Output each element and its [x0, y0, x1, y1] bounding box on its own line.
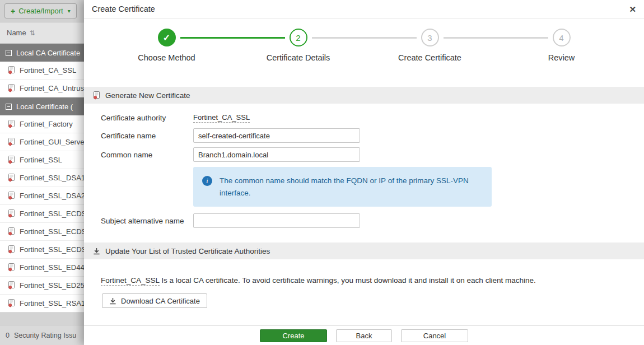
info-box: i The common name should match the FQDN …: [193, 167, 492, 207]
row-label: Fortinet_Factory: [20, 120, 73, 128]
field-row-common-name: Common name: [101, 147, 627, 162]
section-update-trusted-ca: Update Your List of Trusted Certificate …: [84, 243, 644, 259]
field-label-certificate-authority: Certificate authority: [101, 114, 193, 122]
modal-footer: Create Back Cancel: [84, 325, 644, 345]
list-item[interactable]: Fortinet_SSL_ED25519: [0, 277, 84, 295]
list-item[interactable]: Fortinet_CA_SSL: [0, 62, 84, 80]
certificate-list: Local CA CertificateFortinet_CA_SSLForti…: [0, 44, 84, 313]
step-number: 3: [421, 29, 439, 46]
row-label: Fortinet_SSL_ECDSA256: [20, 209, 84, 218]
horizontal-scrollbar[interactable]: [0, 313, 84, 325]
back-button[interactable]: Back: [336, 329, 392, 342]
download-button-label: Download CA Certificate: [121, 297, 200, 305]
info-text: The common name should match the FQDN or…: [220, 175, 483, 199]
field-row-certificate-authority: Certificate authority Fortinet_CA_SSL: [101, 111, 627, 124]
section-title: Update Your List of Trusted Certificate …: [105, 247, 270, 255]
subject-alternative-name-input[interactable]: [193, 213, 360, 228]
list-item[interactable]: Fortinet_CA_Untrusted: [0, 80, 84, 97]
modal-title: Create Certificate: [92, 4, 155, 13]
sort-icon: ⇅: [30, 29, 35, 37]
certificate-icon: [93, 91, 100, 100]
row-label: Local Certificate (: [16, 102, 73, 111]
field-label-common-name: Common name: [101, 151, 193, 159]
create-button[interactable]: Create: [260, 329, 327, 342]
ca-name-link[interactable]: Fortinet_CA_SSL: [101, 276, 160, 286]
section-title: Generate New Certificate: [105, 91, 190, 100]
list-item[interactable]: Fortinet_SSL_ECDSA521: [0, 241, 84, 259]
certificate-icon: [8, 299, 15, 307]
common-name-input[interactable]: [193, 147, 360, 162]
info-icon: i: [202, 176, 212, 186]
certificate-name-input[interactable]: [193, 128, 360, 143]
certificate-icon: [8, 209, 15, 218]
close-icon[interactable]: ✕: [629, 5, 636, 13]
certificate-icon: [8, 156, 15, 164]
ca-description-text: Is a local CA certificate. To avoid cert…: [161, 276, 535, 285]
table-toolbar: + Create/Import ▾: [0, 0, 84, 22]
step-number: 2: [290, 29, 307, 46]
status-bar[interactable]: 0 Security Rating Issu: [0, 325, 84, 345]
create-import-label: Create/Import: [18, 7, 63, 15]
cancel-button[interactable]: Cancel: [401, 329, 468, 342]
list-item[interactable]: Fortinet_SSL: [0, 151, 84, 169]
row-label: Fortinet_SSL_ED448: [20, 263, 84, 272]
row-label: Local CA Certificate: [16, 49, 80, 57]
step-2[interactable]: 2Certificate Details: [232, 29, 364, 62]
column-label: Name: [7, 29, 26, 37]
field-row-certificate-name: Certificate name: [101, 128, 627, 143]
step-3[interactable]: 3Create Certificate: [364, 29, 496, 62]
step-number: 4: [553, 29, 571, 46]
field-label-certificate-name: Certificate name: [101, 132, 193, 140]
step-label: Certificate Details: [267, 53, 330, 62]
modal-titlebar: Create Certificate ✕: [84, 0, 644, 18]
list-item[interactable]: Fortinet_SSL_ECDSA384: [0, 223, 84, 241]
certificate-icon: [8, 192, 15, 200]
collapse-icon: [6, 104, 12, 110]
certificate-form: Certificate authority Fortinet_CA_SSL Ce…: [84, 104, 644, 228]
download-icon: [109, 297, 116, 305]
field-label-subject-alternative-name: Subject alternative name: [101, 217, 193, 225]
row-label: Fortinet_SSL_ECDSA384: [20, 227, 84, 236]
list-item[interactable]: Fortinet_SSL_ECDSA256: [0, 205, 84, 223]
create-import-button[interactable]: + Create/Import ▾: [4, 3, 77, 18]
certificate-icon: [8, 120, 15, 128]
section-row[interactable]: Local Certificate (: [0, 97, 84, 115]
certificates-sidebar: + Create/Import ▾ Name ⇅ Local CA Certif…: [0, 0, 84, 345]
step-1[interactable]: ✓Choose Method: [101, 29, 232, 62]
certificate-icon: [8, 227, 15, 236]
list-item[interactable]: Fortinet_SSL_DSA1024: [0, 169, 84, 187]
row-label: Fortinet_SSL_DSA1024: [20, 174, 84, 182]
certificate-icon: [8, 138, 15, 146]
list-item[interactable]: Fortinet_SSL_DSA2048: [0, 187, 84, 205]
status-count: 0: [6, 332, 10, 339]
row-label: Fortinet_SSL: [20, 156, 62, 164]
download-ca-certificate-button[interactable]: Download CA Certificate: [102, 293, 207, 308]
list-item[interactable]: Fortinet_SSL_ED448: [0, 259, 84, 277]
step-4[interactable]: 4Review: [496, 29, 627, 62]
row-label: Fortinet_CA_SSL: [20, 66, 76, 74]
create-certificate-modal: Create Certificate ✕ ✓Choose Method2Cert…: [84, 0, 644, 345]
row-label: Fortinet_SSL_DSA2048: [20, 192, 84, 200]
list-item[interactable]: Fortinet_GUI_Server: [0, 133, 84, 151]
plus-icon: +: [11, 7, 15, 16]
certificate-icon: [8, 84, 15, 92]
column-header-name[interactable]: Name ⇅: [0, 22, 84, 44]
list-item[interactable]: Fortinet_Factory: [0, 115, 84, 133]
ca-description: Fortinet_CA_SSL Is a local CA certificat…: [101, 276, 627, 285]
row-label: Fortinet_CA_Untrusted: [20, 84, 84, 92]
status-label: Security Rating Issu: [14, 332, 76, 339]
row-label: Fortinet_SSL_ED25519: [20, 281, 84, 290]
check-icon: ✓: [158, 29, 176, 46]
stepper: ✓Choose Method2Certificate Details3Creat…: [84, 18, 644, 73]
list-item[interactable]: Fortinet_SSL_RSA1024: [0, 295, 84, 313]
certificate-icon: [8, 281, 15, 290]
download-icon: [93, 248, 100, 255]
step-label: Choose Method: [138, 53, 195, 62]
certificate-icon: [8, 174, 15, 182]
field-row-subject-alternative-name: Subject alternative name: [101, 213, 627, 228]
row-label: Fortinet_GUI_Server: [20, 138, 84, 146]
section-row[interactable]: Local CA Certificate: [0, 44, 84, 62]
step-label: Review: [548, 53, 575, 62]
certificate-authority-value[interactable]: Fortinet_CA_SSL: [193, 113, 250, 123]
collapse-icon: [6, 50, 12, 56]
